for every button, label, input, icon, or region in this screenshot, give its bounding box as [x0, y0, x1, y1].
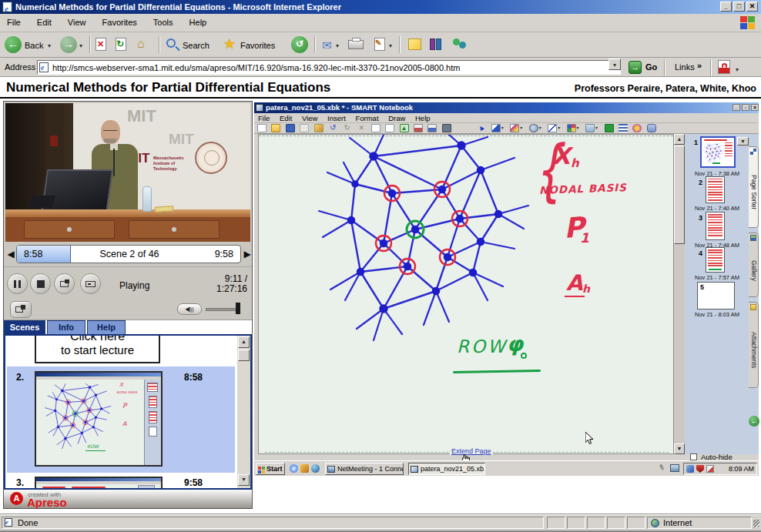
- nb-pen-icon[interactable]: [491, 124, 501, 132]
- forward-dropdown-icon[interactable]: [79, 40, 82, 49]
- nb-shapes-dropdown-icon[interactable]: [577, 123, 582, 132]
- address-dropdown-icon[interactable]: [608, 59, 621, 70]
- home-icon[interactable]: ⌂: [137, 37, 145, 51]
- nb-camera-icon[interactable]: [442, 124, 451, 132]
- nb-select-cursor-icon[interactable]: ▲: [475, 122, 488, 135]
- nb-insert-page-icon[interactable]: [371, 124, 380, 132]
- page3-thumbnail[interactable]: [706, 212, 725, 240]
- layout-toggle-button[interactable]: [80, 273, 101, 294]
- extend-page-link[interactable]: Extend Page: [450, 447, 493, 455]
- layout-swap-button[interactable]: [54, 273, 75, 294]
- volume-icon[interactable]: [177, 303, 202, 315]
- acrobat-icon[interactable]: [718, 60, 730, 74]
- stop-icon[interactable]: ✕: [96, 38, 106, 51]
- scene3-thumbnail[interactable]: [35, 477, 163, 490]
- nb-delete-icon[interactable]: ✕: [357, 124, 366, 132]
- quicklaunch-ie-icon[interactable]: e: [290, 464, 298, 473]
- nb-menu-help[interactable]: Help: [411, 113, 434, 123]
- canvas-scroll-thumb[interactable]: [674, 146, 685, 244]
- menu-favorites[interactable]: Favorites: [96, 14, 144, 31]
- video-frame[interactable]: MIT MIT MIT Massachusetts Institute of T…: [5, 103, 250, 242]
- nb-creative-pen-icon[interactable]: [510, 124, 519, 132]
- volume-track[interactable]: [206, 308, 238, 311]
- search-button[interactable]: Search: [183, 41, 210, 50]
- research-icon[interactable]: [430, 38, 435, 50]
- menu-view[interactable]: View: [61, 14, 93, 31]
- tray-icon-1[interactable]: [686, 465, 694, 473]
- scene-item-2[interactable]: 2. X NODAL BASIS P A ROW: [7, 366, 235, 473]
- next-scene-icon[interactable]: [243, 247, 252, 261]
- canvas-scrollbar[interactable]: ▲ ▼: [674, 134, 685, 454]
- nb-menu-draw[interactable]: Draw: [384, 113, 409, 123]
- acrobat-dropdown-icon[interactable]: [736, 64, 739, 73]
- canvas-scroll-up-icon[interactable]: ▲: [674, 134, 685, 145]
- favorites-star-icon[interactable]: ★: [223, 35, 236, 52]
- nb-pen-dropdown-icon[interactable]: [501, 123, 506, 132]
- links-label[interactable]: Links: [675, 62, 695, 72]
- page2-thumbnail[interactable]: [706, 176, 725, 203]
- quicklaunch-outlook-icon[interactable]: [300, 464, 309, 473]
- notes-icon[interactable]: [408, 38, 421, 50]
- stop-button[interactable]: [30, 273, 51, 294]
- tray-pen-icon[interactable]: ✎: [657, 463, 666, 473]
- mail-icon[interactable]: ✉: [322, 38, 332, 52]
- nb-creative-pen-dropdown-icon[interactable]: [520, 123, 525, 132]
- notebook-task-button[interactable]: patera_nov21_05.xb...: [408, 463, 485, 475]
- quicklaunch-media-icon[interactable]: [311, 464, 320, 473]
- nb-color-icon[interactable]: [632, 124, 642, 132]
- page1-dropdown-icon[interactable]: ▼: [737, 137, 749, 146]
- scene-list-scrollbar[interactable]: ▲ ▼: [237, 336, 250, 488]
- print-icon[interactable]: [348, 40, 364, 49]
- nb-menu-file[interactable]: File: [254, 113, 273, 123]
- apreso-brand[interactable]: Apreso: [27, 496, 67, 509]
- close-button[interactable]: [746, 2, 758, 12]
- minimize-button[interactable]: [720, 2, 732, 12]
- menu-help[interactable]: Help: [183, 14, 214, 31]
- nb-menu-insert[interactable]: Insert: [324, 113, 350, 123]
- nb-save-icon[interactable]: [286, 124, 295, 132]
- whiteboard-canvas[interactable]: { X h NODAL BASIS P 1 A h ROW φ Extend P…: [258, 134, 674, 454]
- go-button[interactable]: Go: [645, 62, 657, 72]
- back-icon[interactable]: ←: [5, 36, 22, 53]
- nb-redo-icon[interactable]: ↻: [343, 124, 352, 132]
- menu-file[interactable]: File: [0, 14, 28, 31]
- autohide-checkbox[interactable]: [690, 453, 697, 460]
- tab-help[interactable]: Help: [87, 320, 126, 334]
- collapse-panel-icon[interactable]: ←: [749, 416, 759, 427]
- edit-dropdown-icon[interactable]: [389, 40, 392, 49]
- refresh-icon[interactable]: ↻: [116, 38, 126, 51]
- search-icon[interactable]: [166, 38, 176, 48]
- back-dropdown-icon[interactable]: [48, 40, 51, 49]
- pause-button[interactable]: [7, 273, 28, 294]
- scene-item-3[interactable]: 3. 9:58: [7, 474, 235, 490]
- nb-minimize-button[interactable]: _: [733, 104, 740, 111]
- scroll-thumb[interactable]: [238, 350, 250, 361]
- menu-tools[interactable]: Tools: [146, 14, 180, 31]
- volume-handle[interactable]: [236, 303, 240, 314]
- page4-thumbnail[interactable]: [706, 247, 725, 273]
- start-button[interactable]: Start: [256, 463, 285, 475]
- nb-undo-icon[interactable]: ↺: [328, 124, 337, 132]
- forward-icon[interactable]: →: [60, 36, 77, 53]
- tray-shield-icon[interactable]: [696, 465, 704, 473]
- menu-edit[interactable]: Edit: [30, 14, 59, 31]
- nb-order-icon[interactable]: [619, 124, 628, 132]
- nb-menu-format[interactable]: Format: [351, 113, 382, 123]
- favorites-button[interactable]: Favorites: [240, 41, 275, 50]
- tray-display-icon[interactable]: [670, 464, 679, 472]
- canvas-scroll-down-icon[interactable]: ▼: [674, 443, 685, 454]
- nb-close-button[interactable]: ×: [751, 104, 759, 111]
- scene-progress-bar[interactable]: 8:58 Scene 2 of 46 9:58: [16, 245, 241, 263]
- nb-magic-icon[interactable]: [314, 124, 324, 132]
- go-icon[interactable]: →: [629, 61, 642, 74]
- nb-show-screen-icon[interactable]: [414, 124, 423, 132]
- nb-paste-icon[interactable]: [300, 124, 309, 132]
- scene-item-1[interactable]: Click here to start lecture: [35, 334, 160, 363]
- nb-restore-button[interactable]: ▫: [742, 104, 749, 111]
- tab-gallery[interactable]: Gallery: [749, 233, 759, 297]
- scene2-thumbnail[interactable]: X NODAL BASIS P A ROW: [35, 371, 163, 467]
- tab-info[interactable]: Info: [47, 320, 85, 334]
- nb-menu-view[interactable]: View: [298, 113, 321, 123]
- netmeeting-task-button[interactable]: NetMeeting - 1 Connection: [325, 463, 404, 475]
- nb-transparency-icon[interactable]: [647, 124, 656, 132]
